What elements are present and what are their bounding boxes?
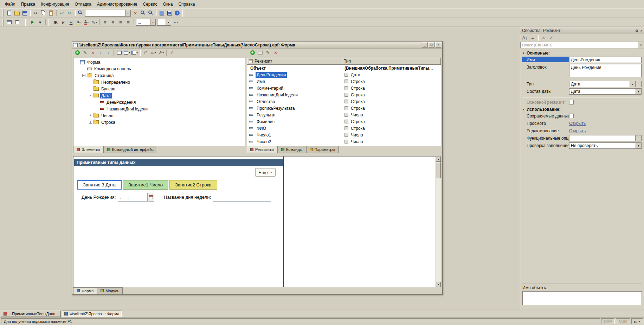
- additional-panel-dropdown[interactable]: ▾: [131, 49, 139, 57]
- find-button[interactable]: [77, 9, 84, 17]
- edit-element-button[interactable]: ✎: [81, 49, 89, 57]
- italic-button[interactable]: К: [59, 18, 67, 26]
- apply-button[interactable]: ✓: [547, 34, 555, 42]
- elements-tab-1[interactable]: Командный интерфейс: [104, 146, 157, 153]
- datepart-value[interactable]: Дата: [569, 88, 636, 95]
- datepart-dropdown-button[interactable]: ▼: [636, 88, 642, 95]
- new-document-button[interactable]: [5, 9, 13, 17]
- tree-expander[interactable]: +: [89, 114, 92, 117]
- preview-scrollbar[interactable]: ▲ ▼: [436, 157, 441, 287]
- cut-button[interactable]: ✂: [32, 9, 39, 17]
- windows-list-button[interactable]: [13, 18, 21, 26]
- type-value[interactable]: Дата: [569, 81, 630, 87]
- name-input[interactable]: [569, 57, 642, 63]
- property-label-fillcheck[interactable]: Проверка заполнения: [522, 142, 569, 148]
- attribute-row-8[interactable]: ФамилияСтрока: [247, 118, 441, 125]
- about-button[interactable]: i: [173, 9, 181, 17]
- edit-open-link[interactable]: Открыть: [569, 128, 586, 133]
- underline-button[interactable]: Ч: [67, 18, 75, 26]
- toolbar-drag-handle[interactable]: [49, 19, 50, 26]
- maximize-button[interactable]: □: [429, 42, 434, 47]
- tree-item-9[interactable]: +Строка: [73, 119, 245, 126]
- start-debugging-button[interactable]: [28, 18, 36, 26]
- funcopts-value[interactable]: [569, 135, 636, 141]
- pin-icon[interactable]: [636, 30, 638, 32]
- align-center-button[interactable]: ≡: [109, 18, 117, 26]
- menu-item-0[interactable]: Файл: [2, 0, 18, 8]
- find-next-button[interactable]: [139, 9, 147, 17]
- menu-item-7[interactable]: Справка: [175, 0, 198, 8]
- clear-find-button[interactable]: ×: [131, 9, 139, 17]
- attribute-row-2[interactable]: ИмяСтрока: [247, 78, 441, 85]
- scroll-up-button[interactable]: ▲: [436, 157, 441, 162]
- tree-item-7[interactable]: НазваниеДняНедели: [73, 106, 245, 112]
- attribute-row-11[interactable]: Число2Число: [247, 138, 441, 145]
- paste-button[interactable]: [47, 9, 55, 17]
- attribute-row-5[interactable]: ОтчествоСтрока: [247, 98, 441, 105]
- toolbar-drag-handle[interactable]: [2, 19, 4, 26]
- categories-button[interactable]: ≡: [529, 34, 536, 42]
- menu-item-4[interactable]: Администрирование: [94, 0, 140, 8]
- elements-tab-0[interactable]: Элементы: [73, 146, 104, 153]
- check-elements-button[interactable]: [115, 49, 123, 57]
- zoom-combo[interactable]: ...▼: [136, 19, 156, 26]
- property-label-name[interactable]: Имя: [522, 57, 569, 62]
- debug-options-dropdown[interactable]: ▾: [36, 18, 44, 26]
- calendar-button[interactable]: [147, 193, 154, 201]
- undo-button[interactable]: ↩: [58, 9, 66, 17]
- toolbar-drag-handle[interactable]: [25, 19, 27, 26]
- line-color-button[interactable]: ✎▾: [90, 18, 98, 26]
- menu-item-6[interactable]: Окна: [160, 0, 176, 8]
- language-indicator[interactable]: ru ▾: [631, 318, 643, 324]
- property-label-type[interactable]: Тип: [522, 81, 569, 87]
- insert-shape-dropdown[interactable]: ▱▾: [149, 49, 157, 57]
- fillcheck-dropdown-button[interactable]: ▼: [636, 142, 642, 149]
- syntax-check-button[interactable]: [158, 9, 166, 17]
- attribute-row-10[interactable]: Число1Число: [247, 132, 441, 138]
- saved-data-checkbox[interactable]: [569, 114, 574, 118]
- align-right-button[interactable]: ≡: [117, 18, 124, 26]
- preview-page-tab-1[interactable]: Занятие1 Число: [123, 180, 168, 190]
- sort-properties-button[interactable]: A↓: [521, 34, 529, 42]
- search-input[interactable]: [520, 42, 638, 48]
- tree-item-4[interactable]: Булево: [73, 85, 245, 92]
- property-label-mainattr[interactable]: Основной реквизит:: [522, 99, 569, 105]
- new-window-button[interactable]: [5, 18, 13, 26]
- property-label-saved[interactable]: Сохраняемые данные: [522, 113, 569, 119]
- preview-page-tab-0[interactable]: Занятие 3 Дата: [77, 180, 122, 190]
- add-attribute-button[interactable]: +: [249, 49, 256, 57]
- taskbar-button-1[interactable]: \\tsclient\Z\Яросла...: Форма: [62, 311, 122, 317]
- tab-order-button[interactable]: ↱: [142, 49, 149, 57]
- column-header-attribute[interactable]: Реквизит: [247, 58, 342, 65]
- check-form-button[interactable]: ✓: [168, 49, 176, 57]
- move-down-button[interactable]: ↓: [104, 49, 112, 57]
- pointer-dropdown[interactable]: ↗▾: [157, 49, 165, 57]
- menu-item-3[interactable]: Отладка: [72, 0, 94, 8]
- edit-attribute-button[interactable]: ✎: [264, 49, 272, 57]
- property-label-caption[interactable]: Заголовок: [522, 64, 569, 70]
- tree-expander[interactable]: −: [82, 74, 85, 77]
- add-element-button[interactable]: +: [73, 49, 81, 57]
- attribute-properties-button[interactable]: [256, 49, 264, 57]
- menu-item-2[interactable]: Конфигурация: [38, 0, 72, 8]
- find-combo[interactable]: ▼: [85, 10, 131, 17]
- more-button[interactable]: Еще ▼: [255, 168, 276, 177]
- save-button[interactable]: [21, 9, 28, 17]
- calculator-button[interactable]: [166, 9, 173, 17]
- minimize-button[interactable]: _: [422, 42, 428, 47]
- taskbar-button-0[interactable]: ...ПримитивныеТипыДанн...: [1, 311, 61, 317]
- toolbar-drag-handle[interactable]: [2, 9, 4, 17]
- column-header-type[interactable]: Тип: [342, 58, 441, 65]
- attribute-row-7[interactable]: РезультатЧисло: [247, 111, 441, 118]
- bold-button[interactable]: Ж: [52, 18, 59, 26]
- tree-item-5[interactable]: −Дата: [73, 92, 245, 99]
- attribute-row-9[interactable]: ФИОСтрока: [247, 125, 441, 132]
- view-open-link[interactable]: Открыть: [569, 120, 586, 126]
- font-color-button[interactable]: А▾: [83, 18, 90, 26]
- mainattr-checkbox[interactable]: [569, 100, 574, 104]
- attribute-row-4[interactable]: НазваниеДняНеделиСтрока: [247, 91, 441, 98]
- editor-tab-1[interactable]: Модуль: [97, 287, 123, 294]
- command-bar-dropdown[interactable]: ▾: [123, 49, 131, 57]
- delete-element-button[interactable]: ×: [89, 49, 97, 57]
- attribute-row-1[interactable]: ДеньРожденияДата: [247, 71, 441, 78]
